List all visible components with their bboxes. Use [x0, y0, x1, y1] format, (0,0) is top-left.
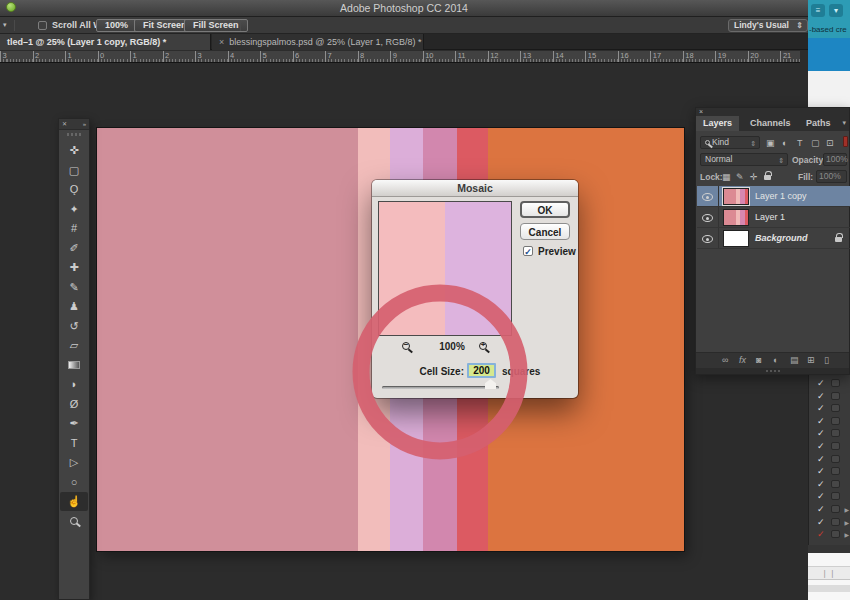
- layer-mask-icon[interactable]: ◙: [756, 355, 761, 365]
- lock-pixels-icon[interactable]: ✎: [736, 172, 744, 182]
- action-dialog-toggle[interactable]: [831, 442, 840, 450]
- action-row[interactable]: ✓: [809, 390, 850, 403]
- layer-thumbnail[interactable]: [723, 230, 749, 247]
- visibility-eye-icon[interactable]: [702, 214, 713, 222]
- browser-list-icon[interactable]: ≡: [811, 4, 825, 17]
- action-check-icon[interactable]: ✓: [817, 491, 825, 501]
- adjustment-layer-icon[interactable]: ◐: [773, 355, 778, 365]
- cell-size-input[interactable]: 200: [467, 363, 496, 378]
- layer-row-background[interactable]: Background: [697, 228, 850, 249]
- lock-all-icon[interactable]: [764, 175, 771, 180]
- layers-panel-header[interactable]: ×: [696, 108, 849, 116]
- action-check-icon[interactable]: ✓: [817, 391, 825, 401]
- panel-resize-grip[interactable]: [696, 368, 849, 374]
- type-tool-icon[interactable]: T: [60, 434, 88, 453]
- tab-layers[interactable]: Layers: [696, 116, 739, 131]
- action-check-icon[interactable]: ✓: [817, 416, 825, 426]
- action-dialog-toggle[interactable]: [831, 480, 840, 488]
- clone-stamp-tool-icon[interactable]: ♟: [60, 297, 88, 316]
- action-row[interactable]: ✓▶: [809, 528, 850, 541]
- zoom-out-icon[interactable]: −: [402, 342, 410, 350]
- filter-smart-objects-icon[interactable]: ⊡: [826, 138, 834, 148]
- panel-menu-icon[interactable]: ▾: [842, 119, 846, 127]
- action-dialog-toggle[interactable]: [831, 404, 840, 412]
- action-row[interactable]: ✓: [809, 453, 850, 466]
- expand-arrow-icon[interactable]: ▶: [844, 506, 849, 513]
- action-dialog-toggle[interactable]: [831, 518, 840, 526]
- blur-tool-icon[interactable]: ◗: [60, 375, 88, 394]
- action-dialog-toggle[interactable]: [831, 505, 840, 513]
- lock-position-icon[interactable]: ✛: [750, 172, 758, 182]
- action-check-icon[interactable]: ✓: [817, 466, 825, 476]
- action-row[interactable]: ✓: [809, 427, 850, 440]
- action-row[interactable]: ✓: [809, 415, 850, 428]
- fill-screen-button[interactable]: Fill Screen: [184, 19, 248, 32]
- layer-group-icon[interactable]: ▤: [790, 355, 799, 365]
- tab-channels[interactable]: Channels: [743, 116, 798, 131]
- dodge-tool-icon[interactable]: Ø: [60, 395, 88, 414]
- action-row[interactable]: ✓: [809, 490, 850, 503]
- visibility-eye-icon[interactable]: [702, 193, 713, 201]
- crop-tool-icon[interactable]: #: [60, 219, 88, 238]
- panel-grip[interactable]: [67, 133, 81, 136]
- action-row[interactable]: ✓▶: [809, 516, 850, 529]
- document-tab-untitled[interactable]: tled–1 @ 25% (Layer 1 copy, RGB/8) *: [0, 34, 211, 50]
- eyedropper-tool-icon[interactable]: ✐: [60, 239, 88, 258]
- panel-collapse-icon[interactable]: »: [83, 119, 86, 130]
- filter-shape-layers-icon[interactable]: ▢: [811, 138, 820, 148]
- action-row[interactable]: ✓: [809, 440, 850, 453]
- visibility-eye-icon[interactable]: [702, 235, 713, 243]
- brush-tool-icon[interactable]: ✎: [60, 278, 88, 297]
- layer-row-layer-1[interactable]: Layer 1: [697, 207, 850, 228]
- action-dialog-toggle[interactable]: [831, 417, 840, 425]
- layer-row-layer-1-copy[interactable]: Layer 1 copy: [697, 186, 850, 207]
- browser-dropdown-icon[interactable]: ▾: [829, 4, 843, 17]
- action-dialog-toggle[interactable]: [831, 530, 840, 538]
- action-row[interactable]: ✓: [809, 402, 850, 415]
- delete-layer-icon[interactable]: ▯: [824, 355, 829, 365]
- scroll-all-windows-checkbox[interactable]: [38, 21, 47, 30]
- eraser-tool-icon[interactable]: ▱: [60, 336, 88, 355]
- blend-mode-dropdown[interactable]: Normal ⇕: [700, 153, 788, 166]
- action-check-icon[interactable]: ✓: [817, 454, 825, 464]
- filter-pixel-layers-icon[interactable]: ▣: [766, 138, 775, 148]
- action-dialog-toggle[interactable]: [831, 379, 840, 387]
- lock-transparency-icon[interactable]: ▦: [722, 172, 731, 182]
- path-selection-tool-icon[interactable]: ▷: [60, 453, 88, 472]
- layer-thumbnail[interactable]: [723, 209, 749, 226]
- fill-field[interactable]: 100%: [816, 170, 847, 183]
- filter-toggle-switch[interactable]: [843, 136, 848, 147]
- layer-style-icon[interactable]: fx: [739, 355, 746, 365]
- ok-button[interactable]: OK: [520, 201, 570, 218]
- action-dialog-toggle[interactable]: [831, 429, 840, 437]
- filter-adjustment-layers-icon[interactable]: ◐: [782, 138, 787, 148]
- tab-paths[interactable]: Paths: [799, 116, 838, 131]
- action-check-icon[interactable]: ✓: [817, 479, 825, 489]
- zoom-100-button[interactable]: 100%: [96, 19, 137, 32]
- action-check-icon[interactable]: ✓: [817, 517, 825, 527]
- document-tab-blessingspalmos[interactable]: ×blessingspalmos.psd @ 25% (Layer 1, RGB…: [212, 34, 424, 50]
- opacity-field[interactable]: 100%: [823, 153, 847, 166]
- panel-close-icon[interactable]: ✕: [62, 121, 67, 127]
- action-dialog-toggle[interactable]: [831, 467, 840, 475]
- action-check-icon[interactable]: ✓: [817, 428, 825, 438]
- dialog-titlebar[interactable]: Mosaic: [372, 180, 578, 197]
- zoom-in-icon[interactable]: +: [479, 342, 487, 350]
- new-layer-icon[interactable]: ⊞: [807, 355, 815, 365]
- tool-preset-arrow-icon[interactable]: ▾: [3, 21, 7, 29]
- layer-thumbnail[interactable]: [723, 188, 749, 205]
- cell-size-slider-thumb[interactable]: [485, 379, 496, 389]
- hand-tool-icon[interactable]: ☝: [60, 492, 88, 511]
- cell-size-slider-track[interactable]: [382, 386, 499, 389]
- action-dialog-toggle[interactable]: [831, 492, 840, 500]
- magic-wand-tool-icon[interactable]: ✦: [60, 200, 88, 219]
- action-check-icon[interactable]: ✓: [817, 529, 825, 539]
- workspace-switcher[interactable]: Lindy's Usual ⇕: [728, 19, 808, 32]
- preview-checkbox[interactable]: ✓: [523, 246, 533, 256]
- action-check-icon[interactable]: ✓: [817, 378, 825, 388]
- history-brush-tool-icon[interactable]: ↺: [60, 317, 88, 336]
- action-dialog-toggle[interactable]: [831, 392, 840, 400]
- action-dialog-toggle[interactable]: [831, 455, 840, 463]
- lasso-tool-icon[interactable]: Ǫ: [60, 180, 88, 199]
- pen-tool-icon[interactable]: ✒: [60, 414, 88, 433]
